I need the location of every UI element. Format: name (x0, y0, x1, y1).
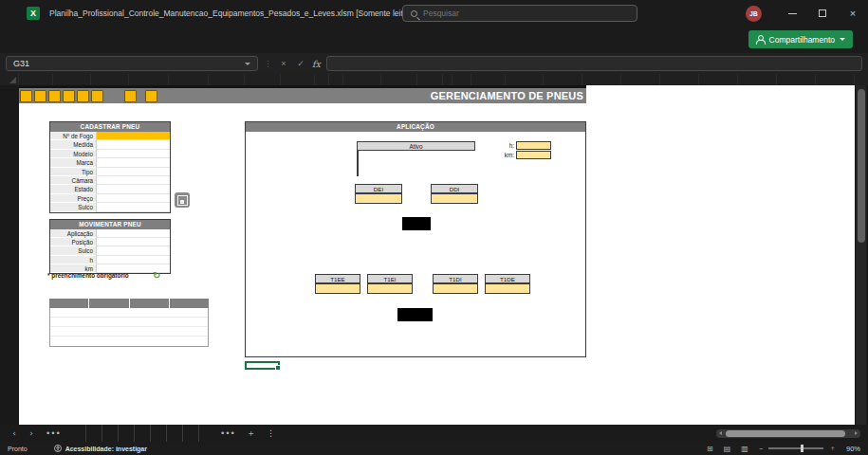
sheet-toolbar-icon[interactable] (124, 90, 137, 102)
row-header[interactable] (0, 268, 19, 278)
row-header[interactable] (0, 122, 19, 132)
field-input[interactable] (96, 256, 170, 264)
sheet-tab[interactable] (198, 425, 214, 442)
sheet-toolbar-icon[interactable] (34, 90, 46, 102)
ativo-cell[interactable] (357, 151, 359, 159)
sheet-toolbar-icon[interactable] (145, 90, 157, 102)
column-header[interactable] (343, 74, 381, 85)
row-header[interactable] (0, 113, 19, 122)
row-header[interactable] (0, 150, 19, 159)
field-input[interactable] (96, 176, 170, 185)
column-header[interactable] (91, 74, 129, 85)
normal-view-icon[interactable]: ⊞ (707, 445, 713, 453)
more-sheets-icon[interactable]: ••• (214, 428, 241, 438)
row-header[interactable] (0, 158, 19, 168)
row-header[interactable] (0, 177, 19, 187)
km-input[interactable] (516, 151, 551, 159)
field-input[interactable] (96, 158, 170, 167)
row-header[interactable] (0, 415, 19, 425)
field-input[interactable] (96, 246, 170, 255)
column-header[interactable] (777, 74, 816, 85)
row-header[interactable] (0, 351, 19, 360)
search-box[interactable] (402, 5, 637, 22)
field-input[interactable] (96, 194, 170, 203)
row-header[interactable] (0, 370, 19, 379)
accessibility-status[interactable]: Acessibilidade: investigar (54, 445, 147, 452)
row-header[interactable] (0, 397, 19, 407)
select-all-corner[interactable] (0, 74, 19, 85)
field-input[interactable] (96, 140, 170, 149)
sheet-tab[interactable] (102, 425, 118, 442)
ribbon-tab[interactable] (51, 27, 68, 53)
zoom-slider-thumb[interactable] (801, 445, 803, 452)
row-header[interactable] (0, 278, 19, 287)
tire-sulco-cell[interactable] (356, 193, 401, 202)
share-button[interactable]: Compartilhamento (748, 30, 853, 48)
field-input[interactable] (96, 229, 170, 238)
column-header[interactable] (660, 74, 699, 85)
hour-input[interactable] (516, 141, 551, 150)
ribbon-tab[interactable] (93, 27, 110, 53)
row-header[interactable] (0, 250, 19, 260)
row-header[interactable] (0, 315, 19, 324)
column-header[interactable] (209, 74, 245, 85)
column-header[interactable] (129, 74, 169, 85)
horizontal-scrollbar[interactable] (716, 429, 860, 438)
row-header[interactable] (0, 168, 19, 177)
sheet-toolbar-icon[interactable] (63, 90, 75, 102)
chevron-down-icon[interactable] (245, 63, 250, 65)
vertical-scrollbar[interactable] (856, 85, 866, 425)
ribbon-tab[interactable] (135, 27, 152, 53)
column-header[interactable] (621, 74, 660, 85)
tire-sulco-cell[interactable] (316, 283, 360, 292)
close-button[interactable]: × (838, 0, 868, 27)
row-header[interactable] (0, 388, 19, 397)
column-header[interactable] (506, 74, 544, 85)
sheet-toolbar-icon[interactable] (48, 90, 61, 102)
sheet-tab[interactable] (150, 425, 166, 442)
row-header[interactable] (0, 260, 19, 269)
ribbon-tab[interactable] (156, 27, 173, 53)
column-header[interactable] (452, 74, 471, 85)
column-header[interactable] (329, 74, 343, 85)
row-header[interactable] (0, 241, 19, 250)
column-header[interactable] (816, 74, 855, 85)
row-header[interactable] (0, 140, 19, 150)
column-header[interactable] (443, 74, 452, 85)
sheet-toolbar-icon[interactable] (91, 90, 103, 102)
column-header[interactable] (471, 74, 506, 85)
sheet-tab[interactable] (182, 425, 198, 442)
field-input[interactable] (96, 238, 170, 246)
horizontal-scrollbar-thumb[interactable] (726, 430, 845, 437)
row-header[interactable] (0, 287, 19, 297)
field-input[interactable] (96, 132, 170, 140)
sheet-tab[interactable] (85, 425, 102, 442)
scroll-right-icon[interactable] (855, 431, 858, 435)
row-header[interactable] (0, 95, 19, 104)
column-header[interactable] (738, 74, 777, 85)
sheet-tab[interactable] (70, 425, 85, 442)
row-header[interactable] (0, 360, 19, 370)
column-header[interactable] (281, 74, 315, 85)
selected-cell[interactable] (245, 361, 280, 371)
row-header[interactable] (0, 213, 19, 223)
sheet-tab[interactable] (134, 425, 150, 442)
sheet-tab[interactable] (166, 425, 182, 442)
column-header[interactable] (245, 74, 281, 85)
row-header[interactable] (0, 195, 19, 205)
row-header[interactable] (0, 205, 19, 214)
sheet-tab[interactable] (118, 425, 134, 442)
field-input[interactable] (96, 185, 170, 193)
row-header[interactable] (0, 407, 19, 416)
formula-input[interactable] (326, 56, 862, 71)
field-input[interactable] (96, 203, 170, 211)
row-header[interactable] (0, 85, 19, 95)
insert-function-icon[interactable]: fx (312, 59, 321, 69)
row-header[interactable] (0, 103, 19, 113)
ativo-cell[interactable] (357, 159, 359, 168)
ribbon-tab[interactable] (9, 27, 27, 53)
column-header[interactable] (315, 74, 329, 85)
ribbon-tab[interactable] (176, 27, 194, 53)
zoom-in-icon[interactable]: ＋ (829, 444, 836, 453)
row-header[interactable] (0, 305, 19, 315)
